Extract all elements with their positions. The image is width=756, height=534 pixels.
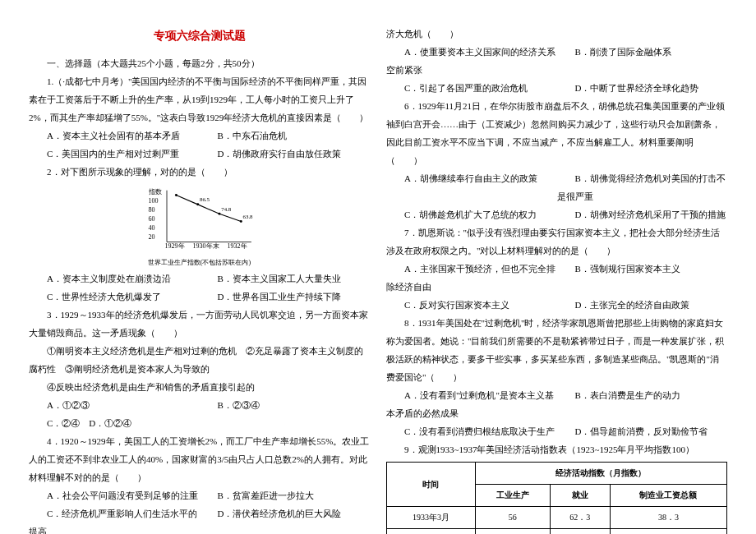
data-table: 时间 经济活动指数（月指数） 工业生产 就业 制造业工资总额 1933年3月 5… [386,462,727,534]
svg-text:86.5: 86.5 [200,196,210,202]
q4-options: A．社会公平问题没有受到足够的注重 B．贫富差距进一步拉大 C．经济危机严重影响… [29,486,370,534]
q4-opt-b: B．贫富差距进一步拉大 [200,486,371,504]
q2-opt-b: B．资本主义国家工人大量失业 [200,269,371,288]
section-heading: 一、选择题（本大题共25个小题，每题2分，共50分） [29,54,370,72]
table-row: 1933年3月 56 62．3 38．3 [387,507,727,529]
q8-options: A．没有看到"过剩危机"是资本主义基本矛盾的必然成果 B．表白消费是生产的动力 … [386,386,727,440]
cell: 38．3 [610,507,726,529]
svg-point-4 [218,213,220,215]
right-column: 济大危机（ ） A．使重要资本主义国家间的经济关系空前紧张 B．削溃了国际金融体… [386,25,727,534]
q3-options: A．①②③ B．②③④ C．②④ D．①②④ [29,396,370,432]
cell: 1933年3月 [387,507,476,529]
chart-x-ticks: 1929年 1930年末 1932年 [165,240,247,253]
q7-options: A．主张国家干预经济，但也不完全排除经济自由 B．强制规行国家资本主义 C．反对… [386,260,727,314]
q5-options: A．使重要资本主义国家间的经济关系空前紧张 B．削溃了国际金融体系 C．引起了各… [386,43,727,97]
q1-opt-d: D．胡佛政府实行自由放任政策 [200,145,371,163]
q4-stem: 4．1920～1929年，美国工人的工资增长2%，而工厂中生产率却增长55%。农… [29,432,370,486]
xtick: 1930年末 [193,240,219,253]
page: 专项六综合测试题 一、选择题（本大题共25个小题，每题2分，共50分） 1.（·… [0,0,756,534]
left-column: 专项六综合测试题 一、选择题（本大题共25个小题，每题2分，共50分） 1.（·… [29,25,370,534]
q7-opt-a: A．主张国家干预经济，但也不完全排除经济自由 [386,260,557,296]
q8-opt-c: C．没有看到消费归根结底取决于生产 [386,422,557,440]
chart-y-ticks: 指数 100 80 60 40 20 [149,189,162,241]
q1-options: A．资本主义社会固有的基本矛盾 B．中东石油危机 C．美国国内的生产相对过剩严重… [29,127,370,163]
q3-stem: 3．1929～1933年的经济危机爆发后，一方面劳动人民饥寒交迫，另一方面资本家… [29,306,370,342]
q8-opt-d: D．倡导超前消费，反对勤俭节省 [557,422,728,440]
th-s3: 制造业工资总额 [610,485,726,507]
chart-caption: 世界工业生产指数(不包括苏联在内) [29,256,370,269]
cell: 80．5 [610,529,726,535]
q3-opt-a: A．①②③ [29,396,200,414]
q5-opt-b: B．削溃了国际金融体系 [557,43,728,79]
svg-point-5 [239,220,242,223]
ytick: 40 [149,225,162,232]
q6-opt-d: D．胡佛对经济危机采用了干预的措施 [557,205,728,223]
q6-opt-b: B．胡佛觉得经济危机对美国的打击不是很严重 [557,169,728,205]
q8-stem: 8．1931年美国处在"过剩危机"时，经济学家凯恩斯曾把那些上街购物的家庭妇女称… [386,314,727,386]
q1-opt-a: A．资本主义社会固有的基本矛盾 [29,127,200,145]
q6-opt-c: C．胡佛趁危机扩大了总统的权力 [386,205,557,223]
q2-options: A．资本主义制度处在崩溃边沿 B．资本主义国家工人大量失业 C．世界性经济大危机… [29,269,370,306]
svg-point-3 [196,203,199,205]
xtick: 1932年 [228,240,247,253]
q4-opt-a: A．社会公平问题没有受到足够的注重 [29,486,200,504]
chart-ylabel: 指数 [149,189,162,196]
th-s1: 工业生产 [475,485,550,507]
th-s2: 就业 [550,485,610,507]
q5-opt-c: C．引起了各国严重的政治危机 [386,79,557,97]
q3-sub2: ④反映出经济危机是由生产和销售的矛盾直接引起的 [29,378,370,396]
table-row: 1935年12月 104 94．2 80．5 [387,529,727,535]
cell: 56 [475,507,550,529]
q2-opt-d: D．世界各国工业生产持续下降 [200,288,371,306]
q2-opt-c: C．世界性经济大危机爆发了 [29,288,200,306]
q4-opt-c: C．经济危机严重影响人们生活水平的提高 [29,504,200,534]
q3-opt-b: B．②③④ [200,396,371,414]
q7-opt-d: D．主张完全的经济自由政策 [557,296,728,314]
chart: 指数 100 80 60 40 20 86.5 74.8 63.8 1929年 … [142,186,257,251]
xtick: 1929年 [165,240,185,253]
q4-opt-d: D．潜伏着经济危机的巨大风险 [200,504,371,534]
cell: 94．2 [550,529,610,535]
q8-opt-b: B．表白消费是生产的动力 [557,386,728,422]
q7-opt-b: B．强制规行国家资本主义 [557,260,728,296]
q6-opt-a: A．胡佛继续奉行自由主义的政策 [386,169,557,205]
doc-title: 专项六综合测试题 [29,25,370,48]
q7-stem: 7．凯恩斯说："似乎没有强烈理由要实行国家资本主义，把社会大部分经济生活涉及在政… [386,223,727,260]
cell: 62．3 [550,507,610,529]
q6-options: A．胡佛继续奉行自由主义的政策 B．胡佛觉得经济危机对美国的打击不是很严重 C．… [386,169,727,223]
q3-opt-c: C．②④ D．①②④ [29,414,200,432]
q7-opt-c: C．反对实行国家资本主义 [386,296,557,314]
svg-point-2 [174,194,177,196]
q1-opt-b: B．中东石油危机 [200,127,371,145]
th-time: 时间 [387,463,476,507]
svg-text:63.8: 63.8 [242,214,253,219]
ytick: 20 [149,234,162,241]
th-index: 经济活动指数（月指数） [475,463,726,485]
q2-stem: 2．对下图所示现象的理解，对的的是（ ） [29,163,370,181]
cell: 1935年12月 [387,529,476,535]
q5-opt-d: D．中断了世界经济全球化趋势 [557,79,728,97]
q8-opt-a: A．没有看到"过剩危机"是资本主义基本矛盾的必然成果 [386,386,557,422]
table-header-row: 时间 经济活动指数（月指数） [387,463,727,485]
q2-opt-a: A．资本主义制度处在崩溃边沿 [29,269,200,288]
q5-opt-a: A．使重要资本主义国家间的经济关系空前紧张 [386,43,557,79]
ytick: 100 [149,198,162,205]
q6-stem: 6．1929年11月21日，在华尔街股市崩盘后不久，胡佛总统召集美国重要的产业领… [386,97,727,169]
ytick: 60 [149,216,162,223]
ytick: 80 [149,207,162,214]
q9-stem: 9．观测1933~1937年美国经济活动指数表（1923~1925年月平均指数1… [386,440,727,458]
q1-stem: 1.（·成都七中月考）"美国国内经济的不平衡与国际经济的不平衡同样严重，其因素在… [29,72,370,127]
cell: 104 [475,529,550,535]
q3-sub1: ①阐明资本主义经济危机是生产相对过剩的危机 ②充足暴露了资本主义制度的腐朽性 ③… [29,342,370,378]
svg-text:74.8: 74.8 [221,206,232,212]
q5-cont: 济大危机（ ） [386,25,727,43]
q1-opt-c: C．美国国内的生产相对过剩严重 [29,145,200,163]
